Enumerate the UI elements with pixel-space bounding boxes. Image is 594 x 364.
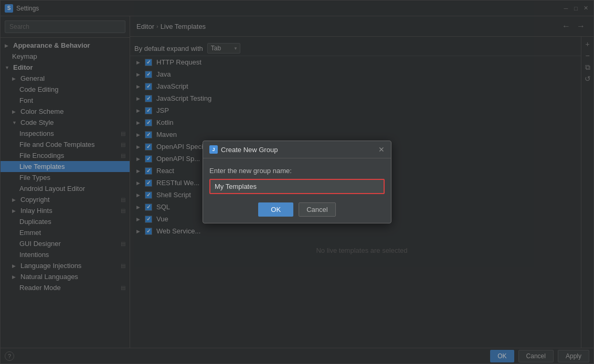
modal-close-button[interactable]: ✕ <box>378 145 385 154</box>
modal-title-bar: J Create New Group ✕ <box>203 141 391 158</box>
modal-ok-button[interactable]: OK <box>258 202 293 217</box>
modal-icon: J <box>209 145 218 154</box>
modal-title: Create New Group <box>221 146 375 154</box>
modal-buttons: OK Cancel <box>209 202 385 217</box>
create-group-modal: J Create New Group ✕ Enter the new group… <box>203 141 391 223</box>
modal-label: Enter the new group name: <box>209 167 385 175</box>
group-name-input[interactable] <box>209 179 385 194</box>
modal-overlay[interactable]: J Create New Group ✕ Enter the new group… <box>0 0 594 364</box>
modal-cancel-button[interactable]: Cancel <box>299 202 335 217</box>
modal-body: Enter the new group name: OK Cancel <box>203 158 391 223</box>
